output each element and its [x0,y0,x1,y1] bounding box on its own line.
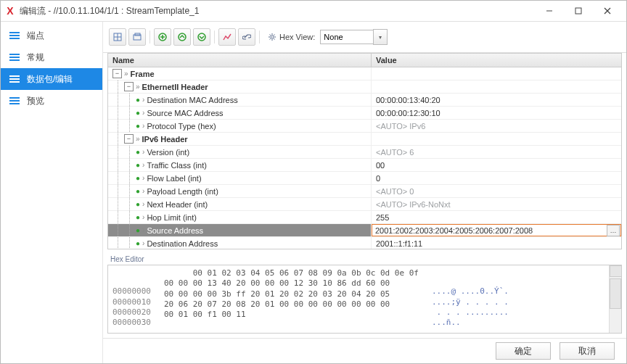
row-ipv6-header[interactable]: −»IPv6 Header [108,133,621,146]
row-name: Source MAC Address [147,109,223,117]
tree-toggle-icon[interactable]: − [124,134,134,144]
row-value: 2001::1:f1:11 [376,239,422,248]
table-row[interactable]: ●›Source Address2001:2002:2003:2004:2005… [108,224,621,237]
ellipsis-button[interactable]: … [607,225,620,236]
minimize-icon [546,7,553,15]
app-window: X 编辑流 - //10.0.11.104/1/1 : StreamTempla… [0,0,627,364]
toolbar: Hex View: ▾ [103,22,626,53]
minimize-button[interactable] [535,1,564,21]
bullet-icon: ● [136,148,140,156]
svg-point-12 [179,33,186,41]
cancel-button[interactable]: 取消 [560,342,615,360]
bullet-icon: ● [136,226,140,234]
plus-circle-icon [158,33,167,41]
table-row[interactable]: ●›Protocol Type (hex)<AUTO> IPv6 [108,120,621,133]
row-value: <AUTO> 0 [376,187,414,196]
table-row[interactable]: ●›Flow Label (int)0 [108,172,621,185]
menu-icon [9,97,20,104]
arrow-icon: » [136,83,140,91]
grid-body[interactable]: −»Frame−»EthernetII Header●›Destination … [107,67,622,249]
app-icon: X [5,6,15,16]
tb-chart-button[interactable] [218,28,236,46]
sidebar-item-label: 常规 [27,51,44,64]
menu-icon [9,54,20,61]
hex-scrollbar[interactable] [609,265,621,333]
chart-icon [223,33,231,41]
main-area: Hex View: ▾ Name Value −»Frame−»Ethernet… [103,22,626,363]
tb-layers-button[interactable] [128,28,146,46]
table-row[interactable]: ●›Hop Limit (int)255 [108,211,621,224]
tree-toggle-icon[interactable]: − [112,69,122,78]
window-controls [535,1,622,21]
column-value[interactable]: Value [372,54,621,67]
bullet-icon: ● [136,239,140,247]
arrow-icon: › [142,122,144,130]
row-frame[interactable]: −»Frame [108,67,621,80]
svg-rect-1 [575,8,581,14]
arrow-icon: › [142,109,144,117]
table-row[interactable]: ●›Payload Length (int)<AUTO> 0 [108,185,621,198]
table-row[interactable]: ●›Version (int)<AUTO> 6 [108,146,621,159]
sidebar-item-label: 端点 [27,30,44,42]
tb-frame-button[interactable] [109,28,126,46]
bullet-icon: ● [136,200,140,208]
column-name[interactable]: Name [108,54,372,67]
hex-offsets: 00000000 00000010 00000020 00000030 [112,276,151,322]
menu-icon [9,75,20,83]
row-value: 00 [376,161,385,170]
tb-add-button[interactable] [154,28,171,46]
arrow-icon: » [136,135,140,143]
sidebar-item-preview[interactable]: 预览 [1,90,102,112]
maximize-button[interactable] [564,1,593,21]
sidebar-item-packet-edit[interactable]: 数据包/编辑 [1,68,102,90]
row-name: Traffic Class (int) [147,161,207,170]
hex-bytes: 00 01 02 03 04 05 06 07 08 09 0a 0b 0c 0… [164,268,419,330]
svg-point-14 [271,36,274,38]
row-value: 00:00:00:13:40:20 [376,96,440,104]
sidebar-item-endpoint[interactable]: 端点 [1,25,102,46]
toolbar-separator [259,30,260,44]
hexview-value[interactable] [320,30,373,44]
arrow-icon: › [142,200,144,208]
chevron-down-icon[interactable]: ▾ [373,29,388,45]
table-row[interactable]: ●›Source MAC Address00:00:00:12:30:10 [108,107,621,120]
row-name: Protocol Type (hex) [147,122,216,131]
arrow-icon: › [142,239,144,247]
close-button[interactable] [593,1,622,21]
hex-editor-content[interactable]: 00000000 00000010 00000020 00000030 00 0… [107,265,622,334]
svg-point-13 [198,33,205,41]
tb-down-button[interactable] [193,28,210,46]
arrow-icon: › [142,187,144,195]
tb-link-button[interactable] [238,28,255,46]
arrow-icon: › [142,148,144,156]
row-name: Frame [131,70,155,78]
bullet-icon: ● [136,213,140,221]
toolbar-separator [214,30,215,44]
table-row[interactable]: ●›Traffic Class (int)00 [108,159,621,172]
arrow-icon: › [142,161,144,169]
ok-button[interactable]: 确定 [496,342,551,360]
table-row[interactable]: ●›Destination MAC Address00:00:00:13:40:… [108,94,621,107]
grid-icon [113,33,122,41]
window-title: 编辑流 - //10.0.11.104/1/1 : StreamTemplate… [20,5,535,17]
hexview-select[interactable]: ▾ [320,30,388,44]
tb-up-button[interactable] [173,28,191,46]
maximize-icon [575,7,582,15]
property-grid: Name Value −»Frame−»EthernetII Header●›D… [103,53,626,249]
sidebar-item-general[interactable]: 常规 [1,46,102,68]
scroll-up-icon[interactable] [610,265,622,277]
table-row[interactable]: ●›Next Header (int)<AUTO> IPv6-NoNxt [108,198,621,211]
row-name: IPv6 Header [142,135,188,144]
row-name: Hop Limit (int) [147,213,196,222]
row-eth-header[interactable]: −»EthernetII Header [108,80,621,94]
arrow-icon: › [142,213,144,221]
value-editor[interactable]: 2001:2002:2003:2004:2005:2006:2007:2008 [372,224,621,236]
hex-ascii: ....@ ....0..Ý`. ....;ÿ . . . . . . . . … [432,276,509,322]
row-value: <AUTO> IPv6-NoNxt [376,200,451,209]
row-name: Next Header (int) [147,200,208,209]
table-row[interactable]: ●›Destination Address2001::1:f1:11 [108,237,621,249]
scroll-thumb[interactable] [610,278,621,309]
close-icon [604,7,611,15]
tree-toggle-icon[interactable]: − [124,82,134,91]
menu-icon [9,32,20,39]
